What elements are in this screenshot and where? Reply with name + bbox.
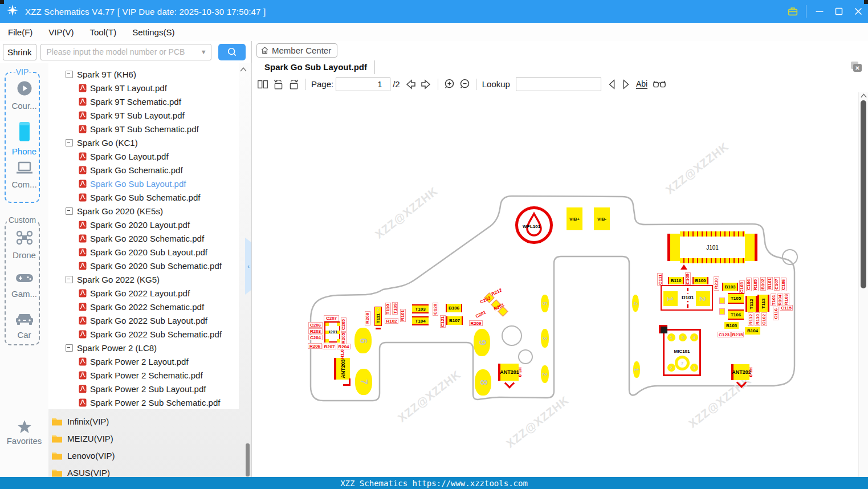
tree-group-spark-go-2020-ke5s-[interactable]: Spark Go 2020 (KE5s) <box>48 204 239 218</box>
status-bar: XZZ Schematics https://www.xzztools.com <box>0 477 868 489</box>
tree-group-spark-go-2022-kg5-[interactable]: Spark Go 2022 (KG5) <box>48 272 239 286</box>
glasses-view-icon[interactable] <box>653 78 666 91</box>
collapse-icon[interactable] <box>66 276 73 283</box>
previous-page-icon[interactable] <box>404 78 417 91</box>
sp-silkscreen <box>719 308 725 315</box>
pdf-icon <box>79 303 87 311</box>
member-center-button[interactable]: Member Center <box>256 43 337 58</box>
collapse-icon[interactable] <box>66 207 73 215</box>
b100-silkscreen: B100 <box>692 277 708 284</box>
tree-file-spark-power-2-sub-layout-pdf[interactable]: Spark Power 2 Sub Layout.pdf <box>48 382 239 396</box>
viewer-scrollbar[interactable] <box>858 92 868 477</box>
menu-settingss[interactable]: Settings(S) <box>124 23 182 41</box>
sidebar-item-car[interactable]: Car <box>0 311 48 340</box>
tree-file-spark-go-2020-sub-schematic-pdf[interactable]: Spark Go 2020 Sub Schematic.pdf <box>48 259 239 272</box>
menu-toolt[interactable]: Tool(T) <box>82 23 125 41</box>
tree-scrollbar-thumb[interactable] <box>246 443 250 476</box>
close-button[interactable] <box>849 4 868 19</box>
tree-folder-infinix-vip-[interactable]: Infinix(VIP) <box>48 413 251 430</box>
two-page-view-icon[interactable] <box>256 78 269 91</box>
tree-file-spark-9t-schematic-pdf[interactable]: Spark 9T Schematic.pdf <box>48 95 239 108</box>
sidebar-item-label: Favorites <box>7 436 42 446</box>
tree-folder-meizu-vip-[interactable]: MEIZU(VIP) <box>48 430 251 447</box>
sidebar-item-drone[interactable]: Drone <box>0 229 48 260</box>
viewer-scrollbar-thumb[interactable] <box>861 100 866 288</box>
collapse-icon[interactable] <box>66 139 73 146</box>
member-row: Member Center <box>252 41 868 59</box>
title-bar: XZZ Schematics V4.77 [ VIP Due date: 202… <box>0 0 868 23</box>
collapse-icon[interactable] <box>66 344 73 352</box>
search-button[interactable] <box>218 44 246 60</box>
menu-vipv[interactable]: VIP(V) <box>40 23 81 41</box>
sp-silkscreen <box>719 298 725 304</box>
tree-file-spark-power-2-sub-schematic-pdf[interactable]: Spark Power 2 Sub Schematic.pdf <box>48 396 239 409</box>
model-search-combobox[interactable]: ▼ <box>40 44 211 60</box>
tree-file-spark-go-sub-schematic-pdf[interactable]: Spark Go Sub Schematic.pdf <box>48 190 239 204</box>
maximize-button[interactable] <box>829 4 849 19</box>
chevron-down-icon[interactable]: ▼ <box>201 48 207 55</box>
tree-file-spark-power-2-layout-pdf[interactable]: Spark Power 2 Layout.pdf <box>48 354 239 368</box>
pdf-page-canvas[interactable]: XZZ@XZZHKXZZ@XZZHKXZZ@XZZHKXZZ@XZZHKXZZ@… <box>252 92 858 477</box>
rotate-left-icon[interactable] <box>272 78 284 91</box>
close-icon: ✕ <box>853 64 862 72</box>
tree-file-spark-go-2022-sub-layout-pdf[interactable]: Spark Go 2022 Sub Layout.pdf <box>48 313 239 327</box>
folder-icon <box>51 468 63 478</box>
tree-file-spark-go-2020-schematic-pdf[interactable]: Spark Go 2020 Schematic.pdf <box>48 231 239 245</box>
menu-filef[interactable]: File(F) <box>0 23 40 41</box>
tree-file-spark-go-2022-schematic-pdf[interactable]: Spark Go 2022 Schematic.pdf <box>48 300 239 313</box>
3-silkscreen: 3 <box>541 329 549 348</box>
zoom-in-icon[interactable] <box>443 78 455 91</box>
c204-silkscreen: C204 <box>308 335 323 340</box>
page-number-input[interactable] <box>336 78 390 91</box>
lookup-next-icon[interactable] <box>621 78 631 91</box>
phone-icon <box>17 121 32 145</box>
ant202-silkscreen: ANT202H1.0 <box>731 364 749 380</box>
lookup-previous-icon[interactable] <box>607 78 617 91</box>
tab-document-title[interactable]: Spark Go Sub Layout.pdf <box>264 62 367 72</box>
tree-group-label: Spark Go 2020 (KE5s) <box>77 206 163 216</box>
tree-file-spark-go-2022-sub-schematic-pdf[interactable]: Spark Go 2022 Sub Schematic.pdf <box>48 327 239 341</box>
search-input[interactable] <box>46 47 201 57</box>
tree-file-spark-go-2020-sub-layout-pdf[interactable]: Spark Go 2020 Sub Layout.pdf <box>48 245 239 259</box>
tree-file-spark-9t-sub-layout-pdf[interactable]: Spark 9T Sub Layout.pdf <box>48 108 239 122</box>
tree-file-spark-go-schematic-pdf[interactable]: Spark Go Schematic.pdf <box>48 163 239 177</box>
next-page-icon[interactable] <box>420 78 433 91</box>
rotate-right-icon[interactable] <box>288 78 300 91</box>
tree-group-spark-power-2-lc8-[interactable]: Spark Power 2 (LC8) <box>48 341 239 354</box>
close-tab-button[interactable]: ✕ <box>851 62 862 72</box>
scroll-up-icon[interactable] <box>861 93 867 98</box>
tree-file-label: Spark Go 2020 Sub Layout.pdf <box>90 247 207 257</box>
tree-file-spark-go-2020-layout-pdf[interactable]: Spark Go 2020 Layout.pdf <box>48 218 239 231</box>
vip-briefcase-icon[interactable] <box>783 4 802 19</box>
sidebar-item-cour[interactable]: Cour... <box>0 80 48 111</box>
sidebar-item-com[interactable]: Com... <box>0 161 48 189</box>
r105-silkscreen: R105 <box>753 278 759 291</box>
tree-file-spark-go-2022-layout-pdf[interactable]: Spark Go 2022 Layout.pdf <box>48 286 239 300</box>
1-silkscreen: 1 <box>633 361 640 378</box>
sidebar-item-gam[interactable]: Gam... <box>0 271 48 299</box>
tree-folder-asus-vip-[interactable]: ASUS(VIP) <box>48 464 251 477</box>
tree-file-spark-9t-sub-schematic-pdf[interactable]: Spark 9T Sub Schematic.pdf <box>48 122 239 136</box>
t103-silkscreen: T103 <box>412 304 429 313</box>
lookup-input[interactable] <box>516 78 601 91</box>
shrink-button[interactable]: Shrink <box>3 44 36 60</box>
b110-silkscreen: B110 <box>668 277 684 284</box>
minimize-button[interactable] <box>810 4 829 19</box>
tree-file-spark-go-sub-layout-pdf[interactable]: Spark Go Sub Layout.pdf <box>48 177 239 190</box>
tree-folder-lenovo-vip-[interactable]: Lenovo(VIP) <box>48 447 251 464</box>
tree-group-spark-9t-kh6-[interactable]: Spark 9T (KH6) <box>48 67 239 81</box>
drone-icon <box>15 229 34 248</box>
tree-file-label: Spark Go 2022 Layout.pdf <box>90 288 190 298</box>
tree-scroll-up-icon[interactable] <box>240 67 247 72</box>
app-logo-icon <box>6 3 19 19</box>
b107-silkscreen: B107 <box>446 316 463 325</box>
tree-group-spark-go-kc1-[interactable]: Spark Go (KC1) <box>48 136 239 149</box>
collapse-icon[interactable] <box>66 71 73 78</box>
tree-file-spark-go-layout-pdf[interactable]: Spark Go Layout.pdf <box>48 149 239 163</box>
zoom-out-icon[interactable] <box>459 78 471 91</box>
tree-file-spark-power-2-schematic-pdf[interactable]: Spark Power 2 Schematic.pdf <box>48 368 239 382</box>
sidebar-item-favorites[interactable]: Favorites <box>0 419 48 446</box>
text-extract-tool[interactable]: Abi <box>636 80 647 89</box>
tree-file-spark-9t-layout-pdf[interactable]: Spark 9T Layout.pdf <box>48 81 239 95</box>
sidebar-item-phone[interactable]: Phone <box>0 121 48 156</box>
